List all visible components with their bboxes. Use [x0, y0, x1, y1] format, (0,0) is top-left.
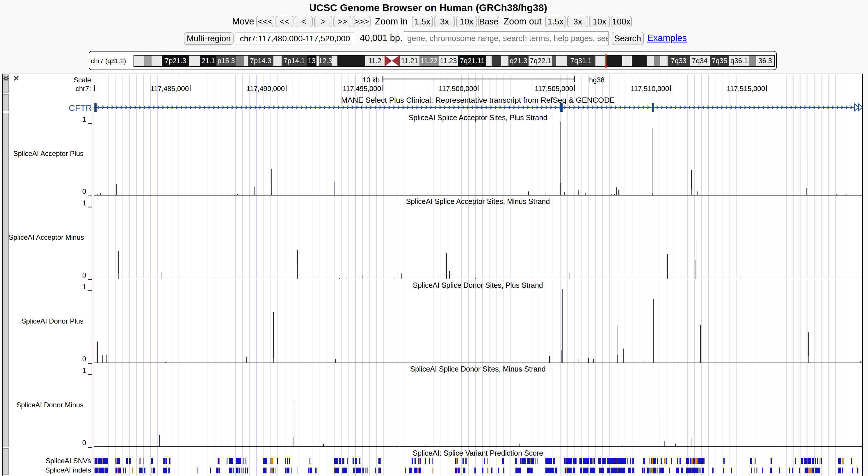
svg-text:7q22.1: 7q22.1 — [530, 57, 551, 65]
svg-text:7q34: 7q34 — [692, 57, 707, 65]
svg-text:11.23: 11.23 — [440, 57, 457, 65]
svg-text:11.2: 11.2 — [368, 57, 381, 65]
svg-text:7p14.3: 7p14.3 — [250, 57, 271, 65]
svg-text:7p14.1: 7p14.1 — [284, 57, 305, 65]
svg-text:p15.3: p15.3 — [217, 57, 235, 65]
svg-text:q36.1: q36.1 — [731, 57, 748, 65]
svg-text:11.21: 11.21 — [401, 57, 418, 65]
svg-text:21.1: 21.1 — [202, 57, 215, 65]
svg-text:12.3: 12.3 — [318, 57, 332, 65]
svg-text:7q21.11: 7q21.11 — [460, 57, 485, 65]
svg-text:7q33: 7q33 — [671, 57, 686, 65]
svg-text:13: 13 — [308, 57, 316, 65]
svg-text:11.22: 11.22 — [421, 57, 437, 65]
svg-text:7q31.1: 7q31.1 — [570, 57, 592, 65]
svg-text:7p21.3: 7p21.3 — [165, 57, 186, 65]
svg-text:7q35: 7q35 — [712, 57, 727, 65]
svg-text:q21.3: q21.3 — [509, 57, 527, 65]
svg-text:36.3: 36.3 — [758, 57, 772, 65]
